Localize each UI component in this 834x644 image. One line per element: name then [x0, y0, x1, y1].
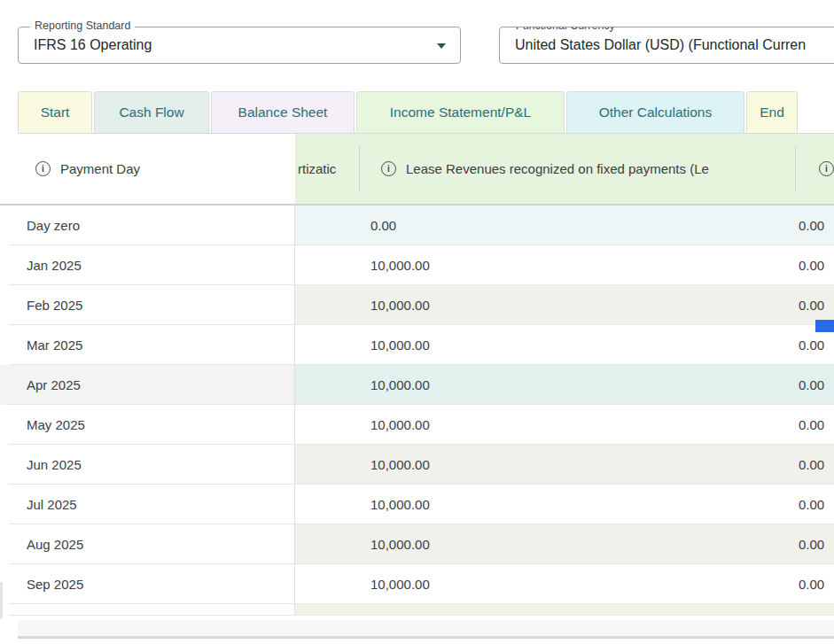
tab-label: Income Statement/P&L [390, 105, 531, 120]
cell-next-column-value[interactable]: 0.00 [799, 445, 824, 485]
cell-lease-revenue-value[interactable]: 10,000.00 [370, 485, 430, 524]
cell-lease-revenue-value[interactable]: 10,000.00 [370, 524, 430, 564]
row-label: Feb 2025 [27, 285, 82, 325]
row-label: Jul 2025 [27, 485, 77, 524]
info-icon[interactable] [35, 161, 51, 176]
row-label: Sep 2025 [27, 564, 83, 604]
row-label: Apr 2025 [27, 365, 81, 405]
cell-lease-revenue-value[interactable]: 10,000.00 [370, 405, 430, 445]
column-header-next-clipped[interactable] [819, 134, 834, 204]
cell-next-column-value[interactable]: 0.00 [799, 245, 824, 285]
cell-lease-revenue-value[interactable]: 10,000.00 [370, 445, 430, 485]
cell-lease-revenue-value[interactable]: 10,000.00 [370, 325, 430, 365]
table-row[interactable]: Day zero0.000.00 [0, 206, 834, 245]
horizontal-scrollbar[interactable] [18, 620, 834, 639]
cell-lease-revenue-value[interactable]: 10,000.00 [370, 245, 430, 285]
tab-label: Cash Flow [119, 105, 183, 120]
chevron-down-icon[interactable] [437, 43, 446, 49]
grid-header: Payment Day rtizatic Lease Revenues reco… [0, 134, 834, 206]
functional-currency-value: United States Dollar (USD) (Functional C… [515, 27, 806, 63]
row-label: Jan 2025 [27, 245, 82, 285]
cell-next-column-value[interactable]: 0.00 [799, 206, 824, 245]
row-label: Day zero [27, 206, 80, 245]
table-row[interactable]: Sep 202510,000.000.00 [0, 564, 834, 604]
tab-start[interactable]: Start [18, 91, 92, 133]
column-header-amortization-fragment[interactable]: rtizatic [298, 134, 353, 204]
row-label: Mar 2025 [27, 325, 82, 365]
tab-income-statement-p-l[interactable]: Income Statement/P&L [356, 91, 565, 133]
sheet-tab-bar: StartCash FlowBalance SheetIncome Statem… [18, 91, 799, 133]
cell-next-column-value[interactable]: 0.00 [799, 485, 824, 524]
cell-next-column-value[interactable]: 0.00 [799, 524, 824, 564]
column-divider [795, 146, 796, 192]
reporting-standard-select[interactable]: Reporting Standard IFRS 16 Operating [18, 27, 461, 64]
tab-label: Other Calculations [599, 105, 713, 120]
vertical-scrollbar-thumb[interactable] [0, 582, 3, 619]
grid-body: Day zero0.000.00Jan 202510,000.000.00Feb… [0, 206, 834, 616]
cell-lease-revenue-value[interactable]: 10,000.00 [370, 285, 430, 325]
cell-next-column-value[interactable]: 0.00 [799, 405, 824, 445]
table-row[interactable]: May 202510,000.000.00 [0, 405, 834, 445]
table-row[interactable]: Jan 202510,000.000.00 [0, 245, 834, 285]
cell-lease-revenue-value[interactable]: 0.00 [370, 206, 396, 245]
column-header-payment-day[interactable]: Payment Day [35, 134, 140, 204]
table-row[interactable]: Jun 202510,000.000.00 [0, 445, 834, 485]
row-label: Aug 2025 [27, 524, 83, 564]
tab-cash-flow[interactable]: Cash Flow [94, 91, 209, 133]
tab-balance-sheet[interactable]: Balance Sheet [211, 91, 355, 133]
table-row[interactable]: Mar 202510,000.000.00 [0, 325, 834, 365]
tab-other-calculations[interactable]: Other Calculations [566, 91, 744, 133]
column-header-label: rtizatic [298, 161, 336, 176]
row-label: Jun 2025 [27, 445, 82, 485]
tab-end[interactable]: End [746, 91, 798, 133]
column-divider [359, 146, 360, 192]
info-icon[interactable] [819, 161, 834, 176]
table-row[interactable]: Jul 202510,000.000.00 [0, 485, 834, 524]
row-divider [9, 615, 834, 616]
cell-next-column-value[interactable]: 0.00 [799, 564, 824, 604]
cell-next-column-value[interactable]: 0.00 [799, 365, 824, 405]
cell-lease-revenue-value[interactable]: 10,000.00 [370, 564, 430, 604]
column-header-lease-revenues[interactable]: Lease Revenues recognized on fixed payme… [381, 134, 789, 204]
table-row[interactable] [0, 604, 834, 616]
functional-currency-select[interactable]: Functional Currency United States Dollar… [499, 27, 834, 64]
info-icon[interactable] [381, 161, 396, 176]
cell-lease-revenue-value[interactable]: 10,000.00 [370, 365, 430, 405]
tab-label: Balance Sheet [238, 105, 328, 120]
tab-label: End [760, 105, 784, 120]
reporting-standard-value: IFRS 16 Operating [34, 27, 152, 63]
table-row[interactable]: Feb 202510,000.000.00 [0, 285, 834, 325]
tab-label: Start [41, 105, 70, 120]
column-header-label: Payment Day [60, 161, 140, 176]
table-row[interactable]: Aug 202510,000.000.00 [0, 524, 834, 564]
row-label: May 2025 [27, 405, 85, 445]
selected-cell-indicator [815, 320, 834, 332]
column-header-label: Lease Revenues recognized on fixed payme… [406, 161, 709, 176]
table-row[interactable]: Apr 202510,000.000.00 [0, 365, 834, 405]
